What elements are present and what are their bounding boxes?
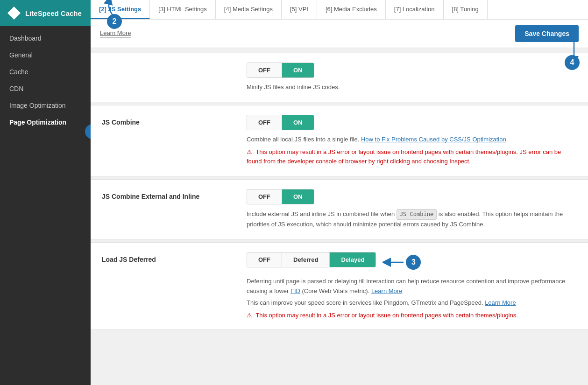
load-js-deferred-btn[interactable]: Deferred (282, 252, 329, 267)
tab-media-excludes[interactable]: [6] Media Excludes (317, 0, 386, 19)
sidebar: LiteSpeed Cache Dashboard General Cache … (0, 0, 91, 385)
tab-localization[interactable]: [7] Localization (386, 0, 444, 19)
setting-js-combine: JS Combine OFF ON Combine all local JS f… (91, 105, 588, 176)
js-combine-external-toggle: OFF ON (247, 189, 314, 204)
load-js-deferred-desc: Deferring until page is parsed or delayi… (247, 277, 577, 296)
tab-js-settings[interactable]: [2] JS Settings 2 (91, 0, 150, 19)
js-minify-off[interactable]: OFF (247, 63, 282, 77)
sidebar-item-page-optimization[interactable]: Page Optimization 1 (0, 114, 91, 131)
js-minify-on[interactable]: ON (282, 63, 314, 77)
tab-vpi[interactable]: [5] VPI (282, 0, 317, 19)
sidebar-nav: Dashboard General Cache CDN Image Optimi… (0, 26, 91, 131)
warning-icon-2: ⚠ (247, 312, 252, 319)
sidebar-item-cache[interactable]: Cache (0, 63, 91, 80)
js-combine-off[interactable]: OFF (247, 115, 282, 130)
js-combine-warning: ⚠ This option may result in a JS error o… (247, 147, 577, 167)
settings-content: Learn More Save Changes 4 (91, 20, 588, 385)
js-combine-on[interactable]: ON (282, 115, 314, 130)
load-js-deferred-toggle: OFF Deferred Delayed (247, 252, 376, 267)
js-combine-toggle: OFF ON (247, 115, 314, 130)
js-combine-desc: Combine all local JS files into a single… (247, 135, 577, 145)
save-changes-button[interactable]: Save Changes (515, 25, 579, 42)
js-minify-desc: Minify JS files and inline JS codes. (247, 83, 577, 92)
js-combine-desc-text: Combine all local JS files into a single… (247, 136, 359, 143)
learn-more-link[interactable]: Learn More (100, 29, 131, 38)
load-js-delayed-btn[interactable]: Delayed (329, 252, 375, 267)
load-js-deferred-warning: ⚠ This option may result in a JS error o… (247, 311, 577, 321)
js-combine-external-on[interactable]: ON (282, 189, 314, 204)
tab-tuning[interactable]: [8] Tuning (444, 0, 488, 19)
sidebar-item-cdn[interactable]: CDN (0, 80, 91, 97)
setting-js-combine-external: JS Combine External and Inline OFF ON In… (91, 179, 588, 239)
load-js-off[interactable]: OFF (247, 252, 282, 267)
js-combine-control: OFF ON Combine all local JS files into a… (247, 115, 577, 167)
warning-icon-1: ⚠ (247, 148, 252, 155)
js-combine-external-label: JS Combine External and Inline (102, 189, 233, 230)
js-minify-label (102, 63, 233, 92)
js-minify-toggle: OFF ON (247, 63, 314, 78)
js-combine-label: JS Combine (102, 115, 233, 167)
js-combine-external-control: OFF ON Include external JS and inline JS… (247, 189, 577, 230)
sidebar-item-dashboard[interactable]: Dashboard (0, 30, 91, 47)
sidebar-item-image-optimization[interactable]: Image Optimization (0, 97, 91, 114)
load-js-deferred-label: Load JS Deferred (102, 252, 233, 320)
main-content: [2] JS Settings 2 [3] HTML Settings [4] … (91, 0, 588, 385)
annotation-3: 3 (406, 255, 421, 270)
learn-more-speed[interactable]: Learn More (485, 299, 516, 306)
load-js-deferred-desc2: This can improve your speed score in ser… (247, 298, 577, 308)
logo-icon (7, 7, 21, 20)
sidebar-item-general[interactable]: General (0, 47, 91, 63)
fid-link[interactable]: FID (290, 287, 300, 294)
header-bar: Learn More Save Changes 4 (91, 20, 588, 48)
js-minify-control: OFF ON Minify JS files and inline JS cod… (247, 63, 577, 92)
js-combine-badge: JS Combine (397, 209, 437, 220)
tab-html-settings[interactable]: [3] HTML Settings (150, 0, 216, 19)
load-js-deferred-control: OFF Deferred Delayed (247, 252, 577, 320)
js-combine-link[interactable]: How to Fix Problems Caused by CSS/JS Opt… (361, 136, 506, 143)
sidebar-logo[interactable]: LiteSpeed Cache (0, 0, 91, 26)
logo-text: LiteSpeed Cache (25, 9, 82, 17)
setting-js-minify: OFF ON Minify JS files and inline JS cod… (91, 53, 588, 102)
tab-media-settings[interactable]: [4] Media Settings (216, 0, 282, 19)
js-combine-external-desc: Include external JS and inline JS in com… (247, 209, 577, 230)
js-combine-external-off[interactable]: OFF (247, 189, 282, 204)
learn-more-fid[interactable]: Learn More (371, 287, 402, 294)
setting-load-js-deferred: Load JS Deferred OFF Deferred Delayed (91, 242, 588, 330)
tabs-bar: [2] JS Settings 2 [3] HTML Settings [4] … (91, 0, 588, 20)
